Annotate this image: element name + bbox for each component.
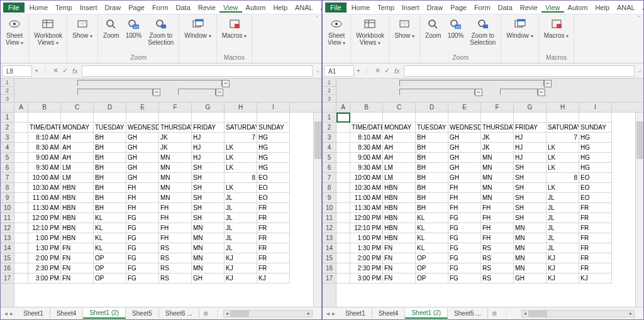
formula-expand-icon[interactable]: ⌄: [636, 68, 643, 74]
row-header-6[interactable]: 6: [323, 163, 336, 173]
outline-collapse-2[interactable]: −: [475, 89, 482, 96]
zoom-button[interactable]: Zoom: [424, 16, 443, 40]
workbook-views-button[interactable]: WorkbookViews ▾: [355, 16, 385, 48]
menu-help[interactable]: Help: [269, 3, 291, 13]
menu-draw[interactable]: Draw: [101, 3, 125, 13]
enter-icon[interactable]: ✓: [60, 67, 70, 75]
col-header-E[interactable]: E: [448, 102, 481, 112]
name-dropdown-icon[interactable]: ▾: [33, 68, 40, 74]
sheet-tab[interactable]: Sheet1: [339, 309, 372, 318]
menu-help[interactable]: Help: [591, 3, 613, 13]
col-header-C[interactable]: C: [61, 102, 94, 112]
menu-view[interactable]: View: [219, 3, 242, 13]
col-header-F[interactable]: F: [481, 102, 514, 112]
show-button[interactable]: Show ▾: [393, 16, 416, 41]
fx-icon[interactable]: fx: [392, 67, 402, 75]
row-header-12[interactable]: 12: [1, 223, 14, 233]
row-header-4[interactable]: 4: [1, 143, 14, 153]
sheet-tab[interactable]: Sheet1 (2): [405, 308, 448, 319]
sheet-view-button[interactable]: SheetView ▾: [326, 16, 347, 48]
menu-insert[interactable]: Insert: [76, 3, 101, 13]
tab-prev-icon[interactable]: ◂: [326, 310, 330, 317]
row-header-16[interactable]: 16: [1, 263, 14, 273]
row-header-15[interactable]: 15: [1, 253, 14, 263]
menu-page[interactable]: Page: [447, 3, 470, 13]
cells[interactable]: TIME/DATEMONDAYTUESDAYWEDNESDAYTHURSDAYF…: [336, 113, 643, 284]
row-header-14[interactable]: 14: [323, 243, 336, 253]
menu-temp[interactable]: Temp: [374, 3, 398, 13]
formula-expand-icon[interactable]: ⌄: [314, 68, 321, 74]
row-header-5[interactable]: 5: [1, 153, 14, 163]
sheet-tab[interactable]: Sheet4: [372, 309, 406, 318]
row-header-11[interactable]: 11: [1, 213, 14, 223]
add-sheet-icon[interactable]: ⊕: [199, 310, 212, 317]
row-header-17[interactable]: 17: [323, 273, 336, 284]
horizontal-scrollbar[interactable]: ◂▸: [521, 310, 635, 317]
name-box[interactable]: L8: [2, 65, 32, 77]
row-header-13[interactable]: 13: [1, 233, 14, 243]
tab-next-icon[interactable]: ▸: [332, 310, 335, 317]
menu-revie[interactable]: Revie: [516, 3, 541, 13]
outline-collapse-2[interactable]: −: [153, 89, 160, 96]
row-header-16[interactable]: 16: [323, 263, 336, 273]
window-button[interactable]: Window ▾: [505, 16, 534, 41]
add-sheet-icon[interactable]: ⊕: [488, 310, 501, 317]
enter-icon[interactable]: ✓: [382, 67, 392, 75]
row-header-15[interactable]: 15: [323, 253, 336, 263]
row-header-13[interactable]: 13: [323, 233, 336, 243]
menu-page[interactable]: Page: [125, 3, 148, 13]
menu-audi[interactable]: AUDI: [639, 3, 644, 13]
cancel-icon[interactable]: ✕: [373, 67, 382, 75]
zoom-100-button[interactable]: 100100%: [125, 16, 143, 40]
formula-input[interactable]: [82, 65, 313, 77]
sheet-tab[interactable]: Sheet1 (2): [83, 308, 126, 319]
col-header-E[interactable]: E: [126, 102, 159, 112]
tab-prev-icon[interactable]: ◂: [4, 310, 8, 317]
outline-collapse-3[interactable]: −: [538, 89, 545, 96]
row-header-2[interactable]: 2: [323, 123, 336, 133]
menu-insert[interactable]: Insert: [398, 3, 423, 13]
row-header-7[interactable]: 7: [323, 173, 336, 183]
row-header-10[interactable]: 10: [323, 203, 336, 213]
vertical-scrollbar[interactable]: [635, 113, 643, 307]
row-header-17[interactable]: 17: [1, 273, 14, 284]
sheet-tab[interactable]: Sheet1: [17, 309, 50, 318]
menu-revie[interactable]: Revie: [194, 3, 219, 13]
row-header-1[interactable]: 1: [323, 113, 336, 123]
row-header-7[interactable]: 7: [1, 173, 14, 183]
row-header-4[interactable]: 4: [323, 143, 336, 153]
window-button[interactable]: Window ▾: [183, 16, 212, 41]
row-header-6[interactable]: 6: [1, 163, 14, 173]
name-dropdown-icon[interactable]: ▾: [355, 68, 362, 74]
horizontal-scrollbar[interactable]: ◂▸: [223, 310, 313, 317]
row-header-3[interactable]: 3: [323, 133, 336, 143]
col-header-H[interactable]: H: [225, 102, 257, 112]
zoom-sel-button[interactable]: Zoom toSelection: [147, 16, 175, 47]
row-header-2[interactable]: 2: [1, 123, 14, 133]
show-button[interactable]: Show ▾: [71, 16, 94, 41]
row-header-12[interactable]: 12: [323, 223, 336, 233]
col-header-B[interactable]: B: [28, 102, 61, 112]
outline-collapse-1[interactable]: −: [222, 80, 230, 87]
tab-next-icon[interactable]: ▸: [10, 310, 13, 317]
row-header-9[interactable]: 9: [1, 193, 14, 203]
menu-draw[interactable]: Draw: [423, 3, 447, 13]
col-header-D[interactable]: D: [416, 102, 448, 112]
sheet-tab[interactable]: Sheet5: [126, 309, 159, 318]
outline-collapse-3[interactable]: −: [216, 89, 223, 96]
select-all-corner[interactable]: [323, 102, 336, 113]
sheet-tab[interactable]: Sheet5 ...: [448, 309, 488, 318]
col-header-H[interactable]: H: [547, 102, 579, 112]
formula-input[interactable]: [404, 65, 635, 77]
workbook-views-button[interactable]: WorkbookViews ▾: [33, 16, 63, 48]
menu-home[interactable]: Home: [26, 3, 52, 13]
zoom-sel-button[interactable]: Zoom toSelection: [469, 16, 497, 47]
menu-view[interactable]: View: [541, 3, 564, 13]
col-header-D[interactable]: D: [94, 102, 126, 112]
col-header-B[interactable]: B: [350, 102, 383, 112]
menu-file[interactable]: File: [325, 3, 347, 13]
sheet-tab[interactable]: Sheet6 ...: [159, 309, 199, 318]
zoom-100-button[interactable]: 100100%: [447, 16, 465, 40]
ribbon-collapse-icon[interactable]: ˇ: [313, 14, 321, 63]
col-header-A[interactable]: A: [14, 102, 28, 112]
